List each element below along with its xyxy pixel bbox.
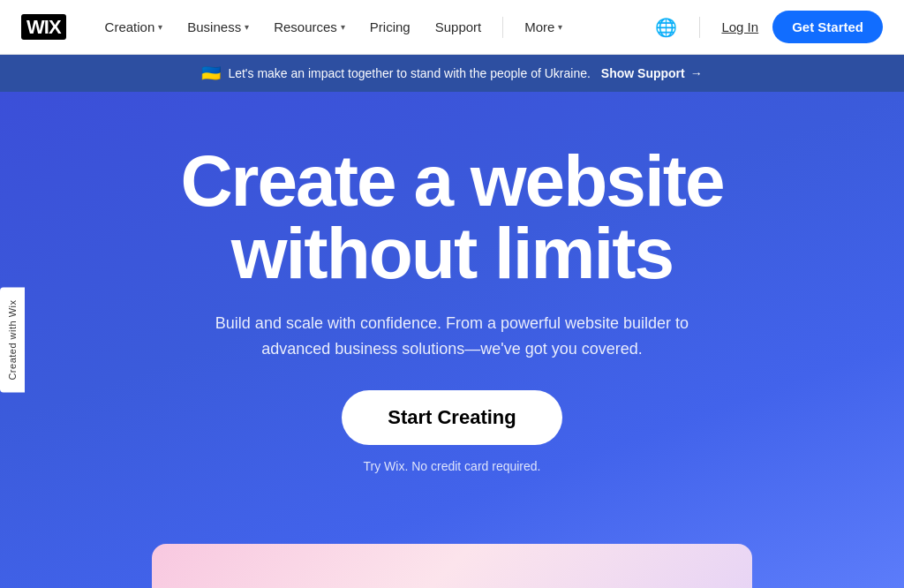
- nav-item-support[interactable]: Support: [425, 12, 493, 41]
- nav-item-pricing[interactable]: Pricing: [359, 12, 421, 41]
- ukraine-banner-text: Let's make an impact together to stand w…: [228, 66, 590, 80]
- nav-divider: [699, 17, 700, 38]
- hero-subtitle: Build and scale with confidence. From a …: [205, 311, 699, 362]
- nav-item-more[interactable]: More ▾: [514, 12, 573, 41]
- try-note: Try Wix. No credit card required.: [364, 459, 541, 473]
- wix-logo[interactable]: WIX: [21, 16, 66, 39]
- ukraine-flag-icon: 🇺🇦: [201, 64, 221, 83]
- chevron-down-icon: ▾: [245, 22, 249, 32]
- navbar-right: 🌐 Log In Get Started: [650, 11, 883, 43]
- get-started-button[interactable]: Get Started: [772, 11, 883, 43]
- login-button[interactable]: Log In: [718, 12, 762, 41]
- arrow-icon: →: [690, 66, 703, 80]
- nav-links: Creation ▾ Business ▾ Resources ▾ Pricin…: [94, 12, 651, 41]
- show-support-link[interactable]: Show Support →: [601, 66, 703, 80]
- hero-title: Create a website without limits: [180, 145, 723, 290]
- chevron-down-icon: ▾: [158, 22, 162, 32]
- nav-item-creation[interactable]: Creation ▾: [94, 12, 174, 41]
- chevron-down-icon: ▾: [558, 22, 562, 32]
- bottom-card-peek: [152, 544, 752, 588]
- created-with-wix-label: Created with Wix: [0, 287, 25, 392]
- chevron-down-icon: ▾: [341, 22, 345, 32]
- nav-divider: [502, 17, 503, 38]
- start-creating-button[interactable]: Start Creating: [342, 390, 561, 445]
- nav-item-resources[interactable]: Resources ▾: [263, 12, 356, 41]
- hero-section: Created with Wix Create a website withou…: [0, 92, 904, 588]
- navbar: WIX Creation ▾ Business ▾ Resources ▾ Pr…: [0, 0, 904, 55]
- nav-item-business[interactable]: Business ▾: [177, 12, 260, 41]
- ukraine-banner: 🇺🇦 Let's make an impact together to stan…: [0, 55, 904, 92]
- language-selector-button[interactable]: 🌐: [650, 11, 682, 43]
